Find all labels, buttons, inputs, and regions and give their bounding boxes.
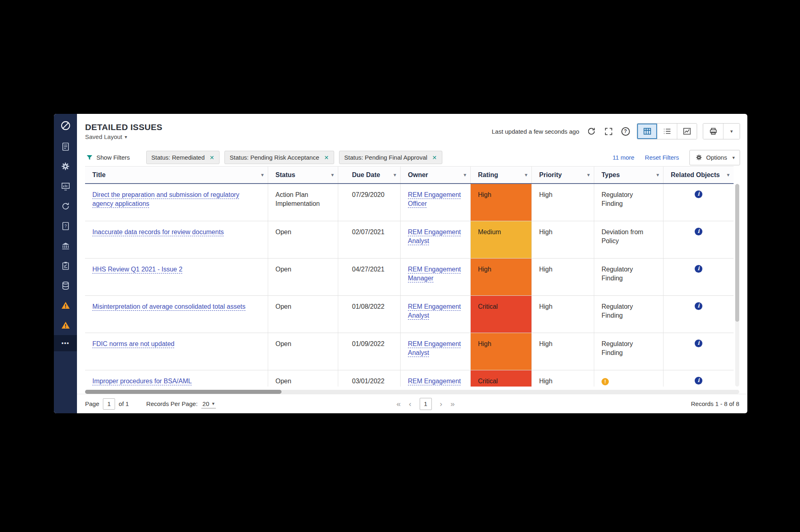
page-number-input[interactable] bbox=[103, 398, 115, 410]
sidebar-item-document-question-icon[interactable]: ? bbox=[54, 216, 77, 236]
caret-down-icon[interactable]: ▾ bbox=[587, 172, 590, 178]
caret-down-icon: ▾ bbox=[732, 155, 735, 160]
issue-title-link[interactable]: Inaccurate data records for review docum… bbox=[92, 229, 224, 235]
more-filters-link[interactable]: 11 more bbox=[612, 154, 634, 161]
funnel-icon bbox=[86, 154, 93, 161]
horizontal-scrollbar-thumb[interactable] bbox=[85, 390, 282, 394]
issue-title-link[interactable]: FDIC norms are not updated bbox=[92, 340, 175, 347]
column-header-owner[interactable]: Owner▾ bbox=[401, 167, 471, 183]
info-icon[interactable]: i bbox=[695, 302, 702, 310]
fullscreen-button[interactable] bbox=[603, 126, 614, 137]
list-view-button[interactable] bbox=[657, 124, 677, 139]
column-header-title[interactable]: Title▾ bbox=[85, 167, 268, 183]
filter-chip[interactable]: Status: Pending Final Approval ✕ bbox=[339, 151, 442, 164]
caret-down-icon[interactable]: ▾ bbox=[727, 172, 730, 178]
column-header-priority[interactable]: Priority▾ bbox=[532, 167, 594, 183]
due-date-cell: 01/09/2022 bbox=[338, 333, 401, 370]
table-body: Direct the preparation and submission of… bbox=[85, 184, 734, 387]
due-date-cell: 07/29/2020 bbox=[338, 184, 401, 221]
column-header-status[interactable]: Status▾ bbox=[268, 167, 338, 183]
last-page-button[interactable]: » bbox=[450, 400, 455, 408]
rating-cell: Critical bbox=[471, 370, 532, 387]
filter-chip[interactable]: Status: Remediated ✕ bbox=[146, 151, 220, 164]
info-icon[interactable]: i bbox=[695, 190, 702, 198]
current-page-button[interactable]: 1 bbox=[420, 398, 432, 410]
close-icon[interactable]: ✕ bbox=[324, 154, 329, 161]
owner-link[interactable]: REM Engagement Manager bbox=[408, 266, 461, 282]
horizontal-scrollbar[interactable] bbox=[85, 390, 739, 394]
caret-down-icon[interactable]: ▾ bbox=[331, 172, 334, 178]
grid-view-button[interactable] bbox=[637, 124, 657, 139]
ellipsis-icon: ⋯ bbox=[61, 338, 70, 348]
sidebar-more-button[interactable]: ⋯ bbox=[54, 335, 77, 351]
owner-link[interactable]: REM Engagement Analyst bbox=[408, 229, 461, 244]
chart-view-button[interactable] bbox=[677, 124, 697, 139]
priority-cell: High bbox=[532, 221, 594, 258]
sidebar: ? ⋯ bbox=[54, 114, 77, 413]
info-icon[interactable]: i bbox=[695, 265, 702, 273]
more-actions-button[interactable]: ▾ bbox=[723, 124, 740, 139]
sidebar-item-dashboard-icon[interactable] bbox=[54, 176, 77, 196]
issue-title-link[interactable]: HHS Review Q1 2021 - Issue 2 bbox=[92, 266, 182, 273]
column-header-rating[interactable]: Rating▾ bbox=[471, 167, 532, 183]
previous-page-button[interactable]: ‹ bbox=[409, 400, 411, 408]
caret-down-icon[interactable]: ▾ bbox=[656, 172, 659, 178]
table-row: HHS Review Q1 2021 - Issue 2 Open 04/27/… bbox=[85, 259, 734, 296]
filter-chip-label: Status: Pending Risk Acceptance bbox=[230, 154, 319, 161]
sidebar-item-report-icon[interactable] bbox=[54, 137, 77, 156]
column-header-due-date[interactable]: Due Date▾ bbox=[338, 167, 401, 183]
desktop-background: ? ⋯ DE bbox=[0, 0, 800, 532]
issue-title-link[interactable]: Misinterpretation of average consolidate… bbox=[92, 303, 245, 310]
caret-down-icon[interactable]: ▾ bbox=[525, 172, 527, 178]
page-title: DETAILED ISSUES bbox=[85, 122, 162, 132]
info-icon[interactable]: i bbox=[695, 340, 702, 347]
sidebar-item-alert-icon[interactable] bbox=[54, 295, 77, 315]
records-per-page-select[interactable]: 20 ▾ bbox=[201, 400, 216, 408]
sidebar-item-gear-icon[interactable] bbox=[54, 156, 77, 176]
priority-cell: High bbox=[532, 370, 594, 387]
owner-link[interactable]: REM Engagement Analyst bbox=[408, 340, 461, 356]
caret-down-icon[interactable]: ▾ bbox=[463, 172, 466, 178]
sidebar-item-database-icon[interactable] bbox=[54, 276, 77, 295]
filter-chip[interactable]: Status: Pending Risk Acceptance ✕ bbox=[224, 151, 334, 164]
caret-down-icon: ▾ bbox=[212, 401, 215, 406]
status-cell: Open bbox=[268, 221, 338, 258]
column-header-types[interactable]: Types▾ bbox=[594, 167, 663, 183]
sidebar-item-alert2-icon[interactable] bbox=[54, 315, 77, 335]
first-page-button[interactable]: « bbox=[397, 400, 401, 408]
vertical-scrollbar[interactable] bbox=[735, 184, 739, 387]
reset-filters-link[interactable]: Reset Filters bbox=[645, 154, 679, 161]
help-button[interactable]: ? bbox=[620, 126, 631, 137]
table-row: FDIC norms are not updated Open 01/09/20… bbox=[85, 333, 734, 370]
next-page-button[interactable]: › bbox=[440, 400, 442, 408]
caret-down-icon[interactable]: ▾ bbox=[393, 172, 396, 178]
show-filters-button[interactable]: Show Filters bbox=[86, 154, 130, 161]
print-group: ▾ bbox=[703, 123, 740, 139]
print-button[interactable] bbox=[703, 124, 723, 139]
column-header-related-objects[interactable]: Related Objects▾ bbox=[663, 167, 734, 183]
info-icon[interactable]: i bbox=[695, 228, 702, 235]
rating-cell: Critical bbox=[471, 296, 532, 333]
table-footer: Page of 1 Records Per Page: 20 ▾ « ‹ 1 ›… bbox=[77, 394, 747, 413]
refresh-button[interactable] bbox=[586, 126, 597, 137]
options-button[interactable]: Options ▾ bbox=[689, 150, 740, 165]
close-icon[interactable]: ✕ bbox=[432, 154, 437, 161]
caret-down-icon[interactable]: ▾ bbox=[261, 172, 264, 178]
vertical-scrollbar-thumb[interactable] bbox=[735, 184, 739, 322]
sidebar-item-sync-icon[interactable] bbox=[54, 196, 77, 216]
owner-link[interactable]: REM Engagement bbox=[408, 378, 461, 385]
saved-layout-label: Saved Layout bbox=[85, 133, 122, 140]
table-row: Improper procedures for BSA/AML Open 03/… bbox=[85, 370, 734, 387]
close-icon[interactable]: ✕ bbox=[209, 154, 214, 161]
issue-title-link[interactable]: Improper procedures for BSA/AML bbox=[92, 378, 192, 385]
sidebar-item-checklist-icon[interactable] bbox=[54, 256, 77, 276]
types-cell: Regulatory Finding bbox=[594, 296, 663, 333]
sidebar-item-bank-icon[interactable] bbox=[54, 236, 77, 256]
owner-link[interactable]: REM Engagement Officer bbox=[408, 191, 461, 207]
warning-icon[interactable]: ! bbox=[602, 378, 609, 385]
saved-layout-dropdown[interactable]: Saved Layout ▾ bbox=[85, 133, 162, 140]
owner-link[interactable]: REM Engagement Analyst bbox=[408, 303, 461, 319]
issue-title-link[interactable]: Direct the preparation and submission of… bbox=[92, 191, 239, 207]
info-icon[interactable]: i bbox=[695, 377, 702, 385]
records-per-page-label: Records Per Page: bbox=[146, 400, 198, 407]
